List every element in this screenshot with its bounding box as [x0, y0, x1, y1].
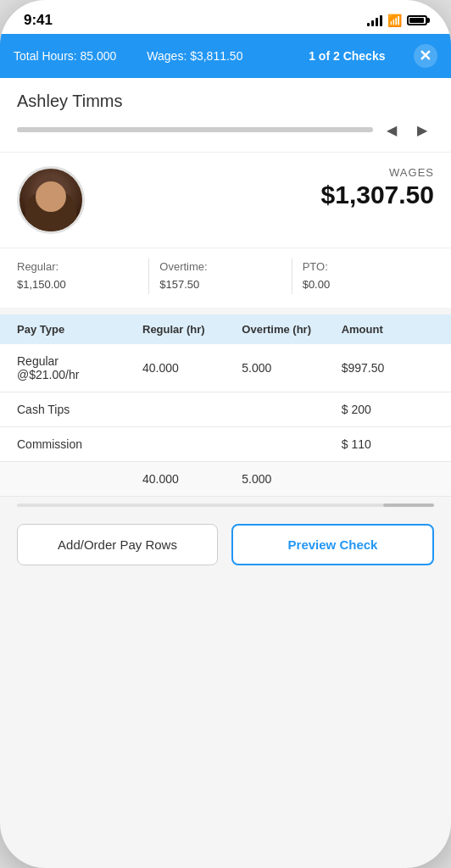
- table-row: Cash Tips $ 200: [0, 392, 451, 427]
- col-overtime-hr: Overtime (hr): [242, 323, 334, 336]
- row3-amount: $ 110: [342, 437, 434, 451]
- row1-regular: 40.000: [142, 361, 235, 375]
- preview-check-button[interactable]: Preview Check: [231, 524, 434, 565]
- employee-name: Ashley Timms: [17, 92, 434, 111]
- wages-section: WAGES $1,307.50: [98, 166, 434, 209]
- pto-value: $0.00: [303, 278, 331, 291]
- phone-frame: 9:41 📶 Total Hours: 85.000 Wages: $3,811…: [0, 0, 451, 868]
- content-area: Ashley Timms ◀ ▶ WAGES $1,307.50 Regular…: [0, 78, 451, 868]
- row1-overtime: 5.000: [242, 361, 334, 375]
- employee-avatar: [17, 166, 85, 234]
- total-overtime: 5.000: [242, 472, 334, 486]
- row2-type-name: Cash Tips: [17, 403, 136, 416]
- avatar-image: [19, 169, 82, 231]
- nav-progress-bar: [17, 127, 373, 132]
- pay-table-header: Pay Type Regular (hr) Overtime (hr) Amou…: [0, 314, 451, 344]
- status-bar: 9:41 📶: [0, 0, 451, 34]
- pay-type-cell: Regular @$21.00/hr: [17, 354, 136, 381]
- row1-amount: $997.50: [342, 361, 434, 375]
- row2-symbol: $: [342, 403, 348, 416]
- row1-type-name: Regular: [17, 354, 136, 368]
- prev-arrow[interactable]: ◀: [380, 118, 404, 142]
- regular-pay-summary: Regular: $1,150.00: [17, 259, 149, 294]
- employee-card: WAGES $1,307.50: [0, 152, 451, 248]
- pto-label: PTO:: [303, 260, 328, 273]
- overtime-pay-summary: Overtime: $157.50: [149, 259, 292, 294]
- wifi-icon: 📶: [387, 14, 402, 27]
- row3-symbol: $: [342, 437, 348, 451]
- pay-type-cell: Cash Tips: [17, 403, 136, 416]
- banner-wages: Wages: $3,811.50: [147, 49, 280, 63]
- banner-close-button[interactable]: ✕: [414, 44, 437, 68]
- col-amount: Amount: [342, 323, 434, 336]
- row2-amount: $ 200: [342, 403, 434, 416]
- banner-total-hours: Total Hours: 85.000: [14, 49, 147, 63]
- regular-value: $1,150.00: [17, 278, 66, 291]
- row2-value: 200: [351, 403, 370, 416]
- pay-summary: Regular: $1,150.00 Overtime: $157.50 PTO…: [0, 248, 451, 308]
- table-row-total: 40.000 5.000: [0, 462, 451, 497]
- nav-row: ◀ ▶: [17, 118, 434, 142]
- table-row: Regular @$21.00/hr 40.000 5.000 $997.50: [0, 344, 451, 392]
- scrollbar[interactable]: [17, 504, 434, 507]
- top-banner: Total Hours: 85.000 Wages: $3,811.50 1 o…: [0, 34, 451, 78]
- status-icons: 📶: [367, 14, 427, 27]
- row3-value: 110: [351, 437, 370, 451]
- row3-type-name: Commission: [17, 437, 136, 451]
- pay-table: Pay Type Regular (hr) Overtime (hr) Amou…: [0, 314, 451, 497]
- col-regular-hr: Regular (hr): [142, 323, 235, 336]
- overtime-label: Overtime:: [159, 260, 207, 273]
- signal-icon: [367, 14, 382, 26]
- table-row: Commission $ 110: [0, 427, 451, 462]
- status-time: 9:41: [24, 12, 53, 29]
- scrollbar-thumb: [383, 504, 434, 507]
- wages-amount: $1,307.50: [321, 181, 434, 209]
- regular-label: Regular:: [17, 260, 58, 273]
- banner-check-counter: 1 of 2 Checks: [281, 49, 414, 63]
- total-regular: 40.000: [142, 472, 235, 486]
- wages-label: WAGES: [389, 166, 434, 179]
- add-order-rows-button[interactable]: Add/Order Pay Rows: [17, 524, 218, 565]
- row1-type-rate: @$21.00/hr: [17, 368, 136, 381]
- col-pay-type: Pay Type: [17, 323, 136, 336]
- pto-pay-summary: PTO: $0.00: [292, 259, 434, 294]
- battery-icon: [407, 15, 427, 25]
- action-buttons: Add/Order Pay Rows Preview Check: [0, 507, 451, 591]
- overtime-value: $157.50: [159, 278, 199, 291]
- next-arrow[interactable]: ▶: [410, 118, 434, 142]
- pay-type-cell: Commission: [17, 437, 136, 451]
- employee-header: Ashley Timms ◀ ▶: [0, 78, 451, 152]
